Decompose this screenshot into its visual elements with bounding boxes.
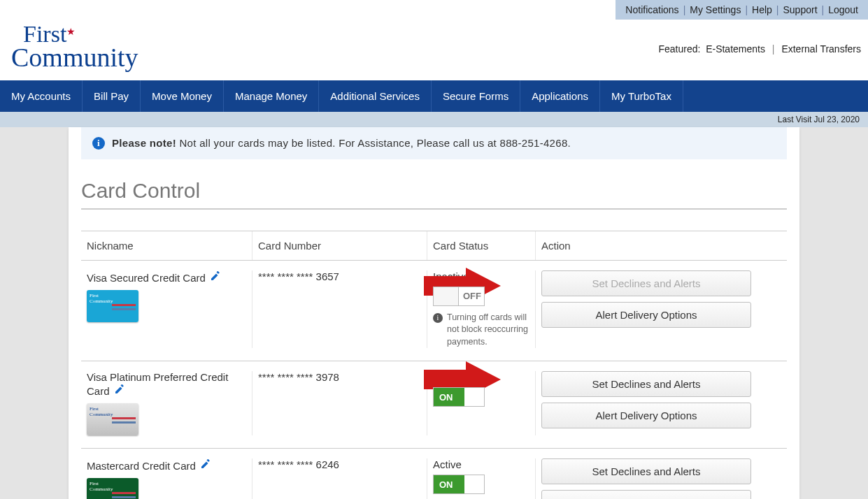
- card-status-toggle[interactable]: OFF: [433, 287, 485, 306]
- card-number: **** **** **** 3657: [258, 270, 339, 282]
- alert-delivery-button[interactable]: Alert Delivery Options: [541, 403, 751, 428]
- card-image: FirstCommunity: [87, 403, 138, 435]
- card-number: **** **** **** 6246: [258, 458, 339, 470]
- edit-icon[interactable]: [114, 385, 125, 397]
- card-image: FirstCommunity: [87, 478, 138, 499]
- nav-support[interactable]: Support: [783, 4, 817, 15]
- col-action: Action: [536, 231, 787, 260]
- utility-nav: Notifications| My Settings| Help| Suppor…: [616, 0, 868, 20]
- table-header: Nickname Card Number Card Status Action: [81, 231, 787, 261]
- alert-delivery-button[interactable]: Alert Delivery Options: [541, 302, 751, 328]
- card-number: **** **** **** 3978: [258, 371, 339, 383]
- brand-logo[interactable]: First★ Community: [7, 20, 143, 73]
- card-nickname: Visa Platinum Preferred Credit Card: [87, 371, 228, 397]
- set-declines-button[interactable]: Set Declines and Alerts: [541, 458, 751, 484]
- notice-banner: i Please note! Not all your cards may be…: [81, 127, 787, 159]
- last-visit-strip: Last Visit Jul 23, 2020: [0, 112, 868, 127]
- nav-bill-pay[interactable]: Bill Pay: [83, 80, 141, 112]
- card-nickname: Mastercard Credit Card: [87, 460, 196, 472]
- page-title: Card Control: [81, 179, 787, 210]
- col-nickname: Nickname: [81, 231, 252, 260]
- set-declines-button: Set Declines and Alerts: [541, 270, 751, 296]
- nav-logout[interactable]: Logout: [828, 4, 858, 15]
- featured-links: Featured: E-Statements | External Transf…: [658, 20, 861, 55]
- featured-estatements[interactable]: E-Statements: [706, 43, 765, 55]
- card-status-label: Active: [433, 458, 529, 470]
- col-card-number: Card Number: [252, 231, 427, 260]
- nav-additional-services[interactable]: Additional Services: [319, 80, 432, 112]
- nav-manage-money[interactable]: Manage Money: [224, 80, 319, 112]
- card-row: Visa Platinum Preferred Credit CardFirst…: [81, 361, 787, 449]
- main-nav: My Accounts Bill Pay Move Money Manage M…: [0, 80, 868, 112]
- card-row: Visa Secured Credit CardFirstCommunity**…: [81, 261, 787, 362]
- edit-icon[interactable]: [200, 460, 211, 472]
- nav-secure-forms[interactable]: Secure Forms: [432, 80, 520, 112]
- set-declines-button[interactable]: Set Declines and Alerts: [541, 371, 751, 397]
- info-icon: i: [92, 137, 105, 150]
- nav-move-money[interactable]: Move Money: [141, 80, 224, 112]
- nav-my-settings[interactable]: My Settings: [690, 4, 741, 15]
- card-status-toggle[interactable]: ON: [433, 475, 485, 494]
- col-card-status: Card Status: [427, 231, 536, 260]
- nav-my-turbotax[interactable]: My TurboTax: [600, 80, 683, 112]
- nav-my-accounts[interactable]: My Accounts: [0, 80, 83, 112]
- featured-label: Featured:: [658, 43, 700, 55]
- card-status-toggle[interactable]: ON: [433, 387, 485, 407]
- edit-icon[interactable]: [210, 272, 221, 284]
- notice-text: Not all your cards may be listed. For As…: [176, 137, 571, 149]
- nav-help[interactable]: Help: [752, 4, 772, 15]
- card-nickname: Visa Secured Credit Card: [87, 272, 206, 284]
- nav-notifications[interactable]: Notifications: [625, 4, 678, 15]
- nav-applications[interactable]: Applications: [520, 80, 600, 112]
- card-image: FirstCommunity: [87, 290, 138, 322]
- info-icon: i: [433, 313, 443, 323]
- card-row: Mastercard Credit CardFirstCommunity****…: [81, 449, 787, 499]
- alert-delivery-button[interactable]: Alert Delivery Options: [541, 490, 751, 499]
- notice-bold: Please note!: [112, 137, 176, 149]
- featured-external-transfers[interactable]: External Transfers: [781, 43, 861, 55]
- toggle-off-info: iTurning off cards will not block reoccu…: [433, 312, 529, 349]
